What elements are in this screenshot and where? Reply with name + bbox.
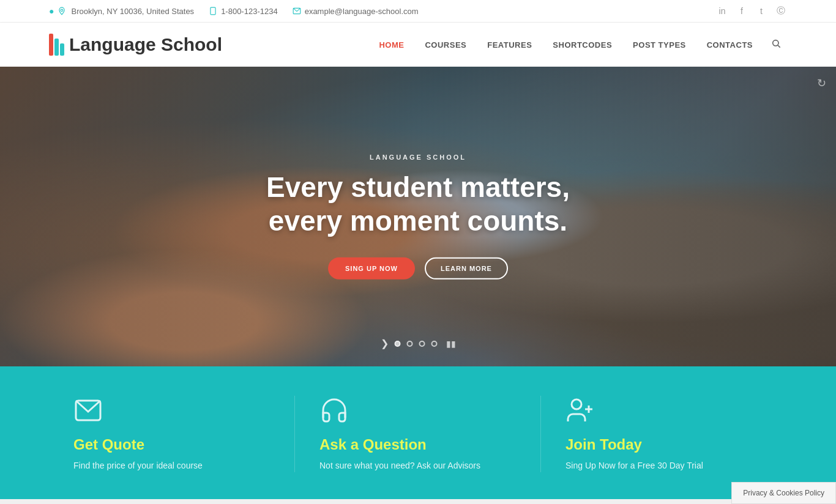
cookie-notice[interactable]: Privacy & Cookies Policy — [731, 482, 836, 499]
headset-icon — [319, 396, 349, 425]
logo-icon — [49, 34, 64, 56]
feature-get-quote: Get Quote Find the price of your ideal c… — [49, 396, 295, 472]
main-nav: HOME COURSES FEATURES SHORTCODES POST TY… — [370, 34, 787, 56]
slider-next-arrow[interactable]: ❯ — [381, 338, 389, 349]
header: Language School HOME COURSES FEATURES SH… — [0, 23, 836, 67]
social-links: in f t Ⓒ — [716, 5, 787, 17]
svg-line-5 — [778, 45, 780, 48]
map-pin-icon — [58, 7, 66, 15]
envelope-icon — [73, 396, 103, 425]
svg-point-0 — [61, 9, 64, 12]
features-section: Get Quote Find the price of your ideal c… — [0, 366, 836, 499]
slider-dot-1[interactable] — [395, 341, 401, 347]
location-icon: ● — [49, 6, 54, 16]
slider-dot-4[interactable] — [431, 341, 438, 347]
feature-ask-question-title: Ask a Question — [319, 436, 427, 453]
slider-dot-3[interactable] — [419, 341, 425, 347]
person-add-icon — [565, 396, 595, 425]
nav-post-types[interactable]: POST TYPES — [624, 35, 695, 54]
linkedin-icon[interactable]: in — [716, 5, 728, 17]
signup-button[interactable]: SING UP NOW — [328, 258, 415, 280]
learn-more-button[interactable]: LEARN MORE — [425, 258, 508, 280]
slider-controls: ❯ ▮▮ — [381, 338, 456, 349]
nav-contacts[interactable]: CONTACTS — [698, 35, 761, 54]
nav-features[interactable]: FEATURES — [479, 35, 540, 54]
hero-label: LANGUAGE SCHOOL — [266, 154, 570, 161]
twitter-icon[interactable]: t — [755, 5, 767, 17]
email-icon — [293, 7, 301, 15]
feature-get-quote-desc: Find the price of your ideal course — [73, 459, 203, 472]
search-button[interactable] — [765, 34, 787, 56]
svg-rect-1 — [211, 7, 215, 15]
hero-buttons: SING UP NOW LEARN MORE — [266, 258, 570, 280]
slider-refresh-icon[interactable]: ↻ — [817, 76, 826, 90]
slider-dot-2[interactable] — [407, 341, 413, 347]
phone-icon — [209, 7, 217, 15]
hero-title: Every student matters, every moment coun… — [266, 171, 570, 238]
feature-join-today-desc: Sing Up Now for a Free 30 Day Trial — [565, 459, 703, 472]
logo-bar-3 — [60, 43, 64, 56]
feature-join-today-title: Join Today — [565, 436, 642, 453]
feature-get-quote-title: Get Quote — [73, 436, 144, 453]
feature-ask-question: Ask a Question Not sure what you need? A… — [295, 396, 541, 472]
topbar-address: ● Brooklyn, NY 10036, United States — [49, 6, 194, 16]
hero-section: ↻ LANGUAGE SCHOOL Every student matters,… — [0, 67, 836, 366]
cookie-text: Privacy & Cookies Policy — [743, 489, 824, 497]
nav-shortcodes[interactable]: SHORTCODES — [544, 35, 621, 54]
facebook-icon[interactable]: f — [736, 5, 748, 17]
svg-point-4 — [773, 40, 778, 46]
skype-icon[interactable]: Ⓒ — [775, 5, 787, 17]
topbar-contact-info: ● Brooklyn, NY 10036, United States 1-80… — [49, 6, 419, 16]
logo-text: Language School — [69, 34, 222, 55]
nav-home[interactable]: HOME — [370, 35, 412, 54]
topbar-email: example@language-school.com — [293, 7, 419, 16]
nav-courses[interactable]: COURSES — [416, 35, 475, 54]
logo-bar-2 — [54, 39, 59, 56]
topbar: ● Brooklyn, NY 10036, United States 1-80… — [0, 0, 836, 23]
feature-ask-question-desc: Not sure what you need? Ask our Advisors — [319, 459, 480, 472]
topbar-phone: 1-800-123-1234 — [209, 7, 278, 16]
svg-point-7 — [572, 399, 581, 409]
feature-join-today: Join Today Sing Up Now for a Free 30 Day… — [541, 396, 787, 472]
hero-content: LANGUAGE SCHOOL Every student matters, e… — [266, 154, 570, 280]
slider-pause-button[interactable]: ▮▮ — [446, 339, 456, 349]
logo-bar-1 — [49, 34, 53, 56]
logo[interactable]: Language School — [49, 34, 222, 56]
